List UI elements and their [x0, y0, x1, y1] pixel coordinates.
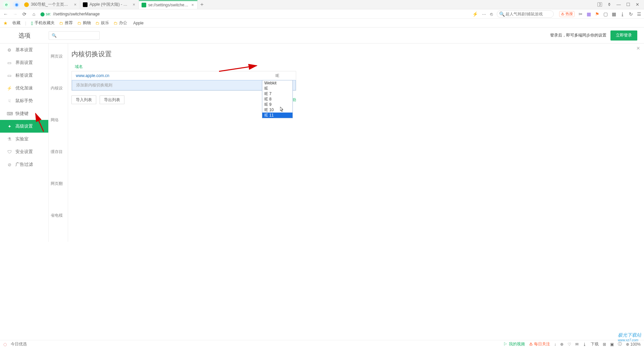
section-link[interactable]: 缓存目: [49, 146, 68, 157]
export-button[interactable]: 导出列表: [100, 95, 124, 104]
engine-dropdown: Webkit IE IE 7 IE 8 IE 9 IE 10 IE 11: [262, 80, 293, 118]
section-link[interactable]: 省电模: [49, 210, 68, 221]
keyboard-icon: ⌨: [7, 111, 12, 116]
sidebar-item-hotkey[interactable]: ⌨快捷键: [0, 107, 48, 120]
tab-label: Apple (中国大陆) - 官方网站: [90, 2, 130, 7]
compass-icon[interactable]: ◉: [13, 1, 20, 8]
dropdown-option[interactable]: IE 10: [262, 107, 292, 113]
window-controls: 3 ⚱ — ☐ ✕: [597, 2, 643, 7]
table-row[interactable]: www.apple.com.cn IE: [72, 71, 296, 80]
sidebar-item-tab[interactable]: ▭标签设置: [0, 69, 48, 82]
dropdown-option[interactable]: IE 7: [262, 91, 292, 96]
shield-icon: 🛡: [7, 149, 12, 154]
search-icon: 🔍: [52, 33, 57, 38]
sidebar-item-speed[interactable]: ⚡优化加速: [0, 82, 48, 94]
sidebar-item-ui[interactable]: ▭界面设置: [0, 56, 48, 69]
settings-title: 选项: [0, 31, 49, 40]
mouse-cursor-icon: [280, 107, 284, 112]
dropdown-option[interactable]: IE 9: [262, 102, 292, 107]
tab-label: se://settings/switcherManage: [148, 3, 189, 7]
engine-cell: IE: [259, 73, 296, 78]
dropdown-option[interactable]: IE 11: [262, 113, 292, 118]
tab-1[interactable]: Apple (中国大陆) - 官方网站 ×: [80, 0, 139, 9]
maximize-icon[interactable]: ☐: [626, 2, 630, 7]
panel-title: 内核切换设置: [71, 50, 640, 59]
reload-button[interactable]: ⟳: [21, 11, 28, 17]
sparkle-icon: ✦: [7, 124, 12, 129]
sync-hint: 登录后，即可多端同步你的设置: [550, 32, 606, 38]
section-link[interactable]: 内核设: [49, 83, 68, 94]
panel-close-icon[interactable]: ×: [636, 45, 640, 52]
bookmark-bar: ★ 收藏 | ▯手机收藏夹 🗀推荐 🗀购物 🗀娱乐 🗀办公 Apple: [0, 19, 644, 27]
dropdown-option[interactable]: IE: [262, 86, 292, 91]
hand-icon: ☟: [7, 98, 12, 103]
sidebar-item-security[interactable]: 🛡安全设置: [0, 145, 48, 158]
download-icon[interactable]: ⭳: [620, 11, 625, 17]
sidebar-item-lab[interactable]: ⚗实验室: [0, 133, 48, 145]
search-icon: 🔍: [499, 11, 505, 17]
settings-sidebar: ⚙基本设置 ▭界面设置 ▭标签设置 ⚡优化加速 ☟鼠标手势 ⌨快捷键 ✦高级设置…: [0, 44, 49, 242]
sidebar-item-basic[interactable]: ⚙基本设置: [0, 44, 48, 56]
url-scheme: ⬤ se:: [40, 12, 51, 16]
login-button[interactable]: 立即登录: [610, 30, 637, 41]
window-icon[interactable]: ▢: [603, 11, 608, 17]
section-link[interactable]: 网页翻: [49, 178, 68, 189]
shield-icon[interactable]: ⎋: [490, 11, 493, 17]
settings-header: 选项 🔍 登录后，即可多端同步你的设置 立即登录: [0, 27, 644, 44]
extension-icon[interactable]: ▦: [587, 11, 591, 17]
gear-icon: ⚙: [7, 48, 12, 53]
menu-icon[interactable]: ☰: [637, 11, 641, 17]
section-nav: 网页设 内核设 网络 缓存目 网页翻 省电模: [49, 44, 68, 242]
sidebar-item-adblock[interactable]: ⊘广告过滤: [0, 158, 48, 171]
grid-icon[interactable]: ▦: [612, 11, 616, 17]
refresh-icon[interactable]: ↻: [629, 11, 633, 17]
url-field[interactable]: ⬤ se: //settings/switcherManage: [40, 12, 469, 16]
scissor-icon[interactable]: ✂: [579, 11, 583, 17]
browser-logo-icon[interactable]: e: [3, 1, 10, 8]
import-button[interactable]: 导入列表: [71, 95, 96, 104]
dropdown-option[interactable]: Webkit: [262, 80, 292, 86]
add-rule-input[interactable]: 添加新内核切换规则: [72, 80, 262, 90]
block-icon: ⊘: [7, 162, 12, 167]
settings-search[interactable]: 🔍: [49, 31, 100, 40]
flask-icon: ⚗: [7, 137, 12, 142]
forward-button[interactable]: →: [12, 11, 18, 17]
filter-icon[interactable]: ⚱: [607, 2, 611, 7]
tab-count-badge[interactable]: 3: [597, 2, 602, 7]
tab-2[interactable]: se://settings/switcherManage ×: [139, 0, 198, 9]
window-close-icon[interactable]: ✕: [636, 2, 639, 7]
domain-cell: www.apple.com.cn: [72, 71, 259, 80]
bm-apple[interactable]: Apple: [132, 21, 144, 25]
bm-phone[interactable]: ▯手机收藏夹: [31, 20, 55, 26]
hot-search-button[interactable]: ♨ 热搜: [559, 11, 575, 17]
search-input[interactable]: [505, 11, 551, 17]
favorites-label[interactable]: 收藏: [12, 20, 20, 26]
folder-icon: 🗀: [114, 21, 118, 25]
bm-folder-2[interactable]: 🗀娱乐: [96, 20, 109, 26]
dropdown-option[interactable]: IE 8: [262, 96, 292, 102]
address-bar: ← → ⟳ ⌂ ⬤ se: //settings/switcherManage …: [0, 9, 644, 19]
close-icon[interactable]: ×: [132, 2, 136, 7]
sidebar-item-gesture[interactable]: ☟鼠标手势: [0, 94, 48, 107]
content-panel: × 内核切换设置 域名 www.apple.com.cn IE 添加新内核切换规…: [68, 44, 644, 242]
section-link[interactable]: 网页设: [49, 51, 68, 62]
bm-folder-3[interactable]: 🗀办公: [114, 20, 127, 26]
more-icon[interactable]: ···: [482, 11, 486, 17]
bm-folder-1[interactable]: 🗀购物: [77, 20, 91, 26]
game-icon[interactable]: ⚑: [595, 11, 599, 17]
bm-folder-0[interactable]: 🗀推荐: [59, 20, 73, 26]
section-link[interactable]: 网络: [49, 115, 68, 126]
favicon-icon: [142, 3, 146, 7]
tab-0[interactable]: 360导航_一个主页，整个世界 ×: [21, 0, 80, 9]
close-icon[interactable]: ×: [73, 2, 77, 7]
favicon-icon: [24, 2, 29, 7]
search-box[interactable]: 🔍: [497, 10, 554, 18]
sidebar-item-advanced[interactable]: ✦高级设置: [0, 120, 48, 133]
bolt-icon[interactable]: ⚡: [472, 11, 478, 17]
back-button[interactable]: ←: [3, 11, 9, 17]
home-button[interactable]: ⌂: [31, 11, 37, 17]
new-tab-button[interactable]: ＋: [198, 1, 206, 8]
close-icon[interactable]: ×: [191, 2, 195, 7]
star-icon[interactable]: ★: [3, 20, 8, 26]
minimize-icon[interactable]: —: [616, 2, 621, 7]
